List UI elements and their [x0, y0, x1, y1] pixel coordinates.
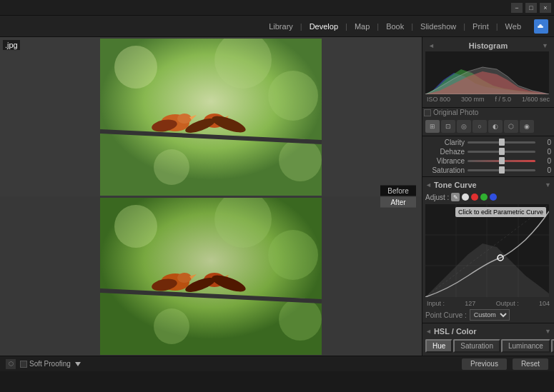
- hsl-tabs: Hue Saturation Luminance All: [425, 338, 551, 354]
- dehaze-value: 0: [538, 148, 551, 156]
- hsl-title: HSL / Color: [434, 327, 477, 336]
- vibrance-label: Vibrance: [425, 157, 465, 165]
- green-dot[interactable]: [480, 194, 488, 201]
- tools-section: ⊞ ⊡ ◎ ○ ◐ ⬡ ◉: [422, 117, 554, 136]
- filename-label: .jpg: [3, 40, 20, 50]
- histogram-warning-left[interactable]: ◄: [428, 42, 435, 49]
- minimize-button[interactable]: −: [511, 3, 523, 13]
- tool-gradient[interactable]: ⬡: [504, 120, 518, 133]
- nav-slideshow[interactable]: Slideshow: [413, 16, 463, 37]
- output-label: Output :: [496, 300, 519, 307]
- hsl-collapse[interactable]: ◄: [425, 328, 432, 335]
- before-photo: [100, 39, 322, 196]
- point-curve-label: Point Curve :: [425, 311, 467, 319]
- hsl-header: ◄ HSL / Color ▼: [425, 325, 551, 338]
- tool-spot[interactable]: ◎: [457, 120, 471, 133]
- input-label: Input :: [427, 300, 445, 307]
- red-dot[interactable]: [471, 194, 478, 201]
- svg-point-16: [114, 205, 157, 248]
- hsl-expand[interactable]: ▼: [545, 328, 551, 335]
- histogram-section: ◄ Histogram ▼ ISO 80: [422, 37, 554, 108]
- iso-value: ISO 800: [427, 96, 450, 103]
- white-dot[interactable]: [462, 194, 469, 201]
- histogram-warning-right[interactable]: ▼: [542, 42, 548, 49]
- reset-button[interactable]: Reset: [513, 358, 548, 370]
- histogram-header: ◄ Histogram ▼: [425, 40, 551, 51]
- clarity-slider[interactable]: [468, 141, 535, 144]
- tone-curve-io: Input : 127 Output : 104: [425, 298, 551, 308]
- blue-dot[interactable]: [490, 194, 497, 201]
- tone-curve-section: ◄ Tone Curve ▼ Adjust : ✎ Click to edit …: [422, 177, 554, 323]
- close-button[interactable]: ×: [540, 3, 551, 13]
- vibrance-value: 0: [538, 157, 551, 165]
- nav-develop[interactable]: Develop: [302, 16, 345, 37]
- tone-curve-canvas[interactable]: Click to edit Parametric Curve: [425, 204, 549, 297]
- vibrance-slider[interactable]: [468, 160, 535, 162]
- histogram-meta: ISO 800 300 mm f / 5.0 1/600 sec: [425, 94, 551, 104]
- dehaze-slider[interactable]: [468, 151, 535, 153]
- saturation-value: 0: [538, 166, 551, 174]
- input-value: 127: [465, 300, 475, 307]
- tone-curve-adjust-row: Adjust : ✎: [425, 191, 551, 203]
- shutter-speed: 1/600 sec: [522, 96, 550, 103]
- tab-hue[interactable]: Hue: [425, 339, 452, 353]
- soft-proofing-checkbox[interactable]: [20, 361, 27, 368]
- tool-redeye[interactable]: ○: [473, 120, 487, 133]
- svg-point-8: [177, 114, 192, 124]
- tab-all[interactable]: All: [551, 339, 554, 353]
- tool-basic[interactable]: ⊞: [425, 120, 440, 133]
- dehaze-row: Dehaze 0: [425, 147, 551, 156]
- hsl-section: ◄ HSL / Color ▼ Hue Saturation Luminance…: [422, 323, 554, 356]
- photo-panel: .jpg Before After: [0, 37, 422, 356]
- nav-print[interactable]: Print: [465, 16, 496, 37]
- previous-button[interactable]: Previous: [462, 358, 507, 370]
- saturation-row: Saturation 0: [425, 166, 551, 175]
- bottom-right: Previous Reset: [462, 358, 548, 370]
- tone-curve-collapse[interactable]: ◄: [425, 181, 432, 189]
- original-photo-checkbox[interactable]: [424, 109, 431, 116]
- right-panel: ◄ Histogram ▼ ISO 80: [422, 37, 554, 356]
- dehaze-label: Dehaze: [425, 148, 465, 156]
- svg-point-4: [154, 149, 189, 185]
- saturation-label: Saturation: [425, 166, 465, 174]
- tone-curve-expand[interactable]: ▼: [545, 181, 551, 189]
- after-photo-container: [0, 196, 422, 356]
- clarity-value: 0: [538, 139, 551, 146]
- after-photo: [100, 198, 322, 355]
- original-photo-row: Original Photo: [422, 108, 554, 117]
- before-button[interactable]: Before: [380, 186, 416, 196]
- point-curve-select[interactable]: Custom: [470, 309, 510, 321]
- aperture-value: f / 5.0: [495, 96, 511, 103]
- tone-curve-header: ◄ Tone Curve ▼: [425, 179, 551, 191]
- tool-radial[interactable]: ◉: [520, 120, 534, 133]
- nav-library[interactable]: Library: [262, 16, 300, 37]
- nav-map[interactable]: Map: [347, 16, 377, 37]
- main-layout: .jpg Before After: [0, 37, 554, 356]
- before-after-buttons: Before After: [380, 186, 416, 208]
- pen-icon[interactable]: ✎: [451, 193, 460, 201]
- sliders-section: Clarity 0 Dehaze 0 Vibrance 0: [422, 136, 554, 177]
- soft-proofing-row: Soft Proofing: [20, 360, 71, 368]
- after-button[interactable]: After: [380, 197, 416, 208]
- nav-web[interactable]: Web: [498, 16, 528, 37]
- before-photo-container: [0, 37, 422, 196]
- cloud-icon[interactable]: [534, 19, 548, 34]
- tool-brush[interactable]: ◐: [488, 120, 503, 133]
- maximize-button[interactable]: □: [525, 3, 537, 13]
- clarity-row: Clarity 0: [425, 138, 551, 147]
- svg-point-3: [268, 71, 318, 121]
- saturation-slider[interactable]: [468, 169, 535, 171]
- tools-row: ⊞ ⊡ ◎ ○ ◐ ⬡ ◉: [425, 119, 551, 134]
- svg-point-1: [114, 46, 157, 89]
- tool-crop[interactable]: ⊡: [441, 120, 455, 133]
- nav-items: Library | Develop | Map | Book | Slidesh…: [262, 16, 548, 37]
- tab-saturation[interactable]: Saturation: [453, 339, 500, 353]
- histogram-title: Histogram: [469, 41, 508, 50]
- soft-proofing-label: Soft Proofing: [29, 360, 71, 368]
- bottom-left-expand[interactable]: ⬡: [6, 359, 16, 369]
- output-value: 104: [539, 300, 550, 307]
- tab-luminance[interactable]: Luminance: [501, 339, 550, 353]
- bottom-expand-icon[interactable]: [75, 362, 81, 366]
- nav-book[interactable]: Book: [379, 16, 411, 37]
- original-photo-label: Original Photo: [433, 109, 478, 116]
